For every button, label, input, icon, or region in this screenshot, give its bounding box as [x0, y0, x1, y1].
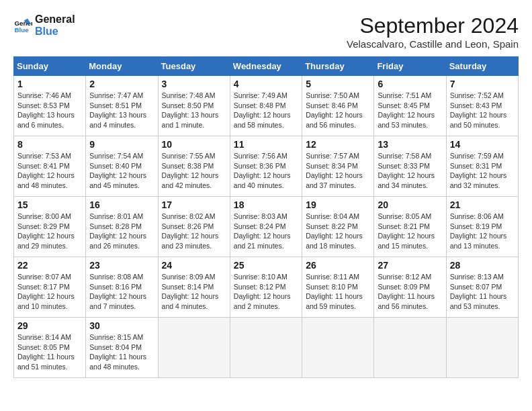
- calendar-week-row: 22Sunrise: 8:07 AMSunset: 8:17 PMDayligh…: [14, 257, 519, 318]
- calendar-day: 10Sunrise: 7:55 AMSunset: 8:38 PMDayligh…: [158, 136, 230, 197]
- calendar-day: 30Sunrise: 8:15 AMSunset: 8:04 PMDayligh…: [86, 318, 158, 378]
- day-number: 22: [17, 260, 82, 271]
- logo-general: General: [35, 13, 75, 26]
- day-number: 28: [450, 260, 515, 271]
- calendar-day: 26Sunrise: 8:11 AMSunset: 8:10 PMDayligh…: [302, 257, 374, 318]
- logo-icon: General Blue: [13, 16, 32, 35]
- calendar-week-row: 1Sunrise: 7:46 AMSunset: 8:53 PMDaylight…: [14, 76, 519, 136]
- day-info: Sunrise: 8:00 AMSunset: 8:29 PMDaylight:…: [17, 212, 82, 251]
- day-number: 16: [89, 199, 154, 210]
- day-number: 18: [234, 199, 298, 210]
- day-number: 27: [378, 260, 442, 271]
- month-title: September 2024: [347, 13, 519, 38]
- calendar-day: 14Sunrise: 7:59 AMSunset: 8:31 PMDayligh…: [446, 136, 518, 197]
- day-number: 5: [306, 79, 370, 89]
- calendar-day: 6Sunrise: 7:51 AMSunset: 8:45 PMDaylight…: [374, 76, 446, 136]
- day-number: 8: [17, 139, 82, 150]
- day-number: 23: [89, 260, 154, 271]
- day-info: Sunrise: 7:51 AMSunset: 8:45 PMDaylight:…: [378, 91, 442, 130]
- day-number: 2: [89, 79, 154, 89]
- calendar-body: 1Sunrise: 7:46 AMSunset: 8:53 PMDaylight…: [14, 76, 519, 378]
- day-number: 30: [89, 320, 154, 331]
- calendar-day: 25Sunrise: 8:10 AMSunset: 8:12 PMDayligh…: [230, 257, 302, 318]
- day-number: 17: [162, 199, 226, 210]
- day-info: Sunrise: 8:06 AMSunset: 8:19 PMDaylight:…: [450, 212, 515, 251]
- calendar: SundayMondayTuesdayWednesdayThursdayFrid…: [13, 56, 519, 378]
- calendar-day: 11Sunrise: 7:56 AMSunset: 8:36 PMDayligh…: [230, 136, 302, 197]
- calendar-day: 5Sunrise: 7:50 AMSunset: 8:46 PMDaylight…: [302, 76, 374, 136]
- day-number: 15: [17, 199, 82, 210]
- day-info: Sunrise: 8:08 AMSunset: 8:16 PMDaylight:…: [89, 272, 154, 312]
- day-info: Sunrise: 8:13 AMSunset: 8:07 PMDaylight:…: [450, 272, 515, 312]
- day-info: Sunrise: 8:12 AMSunset: 8:09 PMDaylight:…: [378, 272, 442, 312]
- day-info: Sunrise: 7:47 AMSunset: 8:51 PMDaylight:…: [89, 91, 154, 130]
- day-info: Sunrise: 8:07 AMSunset: 8:17 PMDaylight:…: [17, 272, 82, 312]
- day-number: 10: [162, 139, 226, 150]
- day-info: Sunrise: 8:03 AMSunset: 8:24 PMDaylight:…: [234, 212, 298, 251]
- svg-text:Blue: Blue: [14, 26, 29, 33]
- calendar-week-row: 15Sunrise: 8:00 AMSunset: 8:29 PMDayligh…: [14, 197, 519, 257]
- day-info: Sunrise: 8:15 AMSunset: 8:04 PMDaylight:…: [89, 332, 154, 372]
- calendar-day: 23Sunrise: 8:08 AMSunset: 8:16 PMDayligh…: [86, 257, 158, 318]
- calendar-day: 2Sunrise: 7:47 AMSunset: 8:51 PMDaylight…: [86, 76, 158, 136]
- day-info: Sunrise: 7:48 AMSunset: 8:50 PMDaylight:…: [162, 91, 226, 130]
- calendar-day: 27Sunrise: 8:12 AMSunset: 8:09 PMDayligh…: [374, 257, 446, 318]
- calendar-day: 9Sunrise: 7:54 AMSunset: 8:40 PMDaylight…: [86, 136, 158, 197]
- calendar-day: 18Sunrise: 8:03 AMSunset: 8:24 PMDayligh…: [230, 197, 302, 257]
- calendar-week-row: 29Sunrise: 8:14 AMSunset: 8:05 PMDayligh…: [14, 318, 519, 378]
- calendar-day: [374, 318, 446, 378]
- day-info: Sunrise: 8:05 AMSunset: 8:21 PMDaylight:…: [378, 212, 442, 251]
- calendar-day: 20Sunrise: 8:05 AMSunset: 8:21 PMDayligh…: [374, 197, 446, 257]
- calendar-day: 17Sunrise: 8:02 AMSunset: 8:26 PMDayligh…: [158, 197, 230, 257]
- weekday-header-wednesday: Wednesday: [230, 57, 302, 76]
- day-info: Sunrise: 7:52 AMSunset: 8:43 PMDaylight:…: [450, 91, 515, 130]
- day-number: 21: [450, 199, 515, 210]
- calendar-day: [158, 318, 230, 378]
- calendar-day: [302, 318, 374, 378]
- day-info: Sunrise: 7:59 AMSunset: 8:31 PMDaylight:…: [450, 151, 515, 191]
- calendar-day: 22Sunrise: 8:07 AMSunset: 8:17 PMDayligh…: [14, 257, 86, 318]
- calendar-day: 16Sunrise: 8:01 AMSunset: 8:28 PMDayligh…: [86, 197, 158, 257]
- day-info: Sunrise: 8:01 AMSunset: 8:28 PMDaylight:…: [89, 212, 154, 251]
- day-info: Sunrise: 7:57 AMSunset: 8:34 PMDaylight:…: [306, 151, 370, 191]
- day-info: Sunrise: 8:09 AMSunset: 8:14 PMDaylight:…: [162, 272, 226, 312]
- calendar-day: 29Sunrise: 8:14 AMSunset: 8:05 PMDayligh…: [14, 318, 86, 378]
- weekday-header-friday: Friday: [374, 57, 446, 76]
- day-info: Sunrise: 8:14 AMSunset: 8:05 PMDaylight:…: [17, 332, 82, 372]
- calendar-day: 24Sunrise: 8:09 AMSunset: 8:14 PMDayligh…: [158, 257, 230, 318]
- day-number: 1: [17, 79, 82, 89]
- day-info: Sunrise: 7:58 AMSunset: 8:33 PMDaylight:…: [378, 151, 442, 191]
- calendar-day: 8Sunrise: 7:53 AMSunset: 8:41 PMDaylight…: [14, 136, 86, 197]
- calendar-day: 28Sunrise: 8:13 AMSunset: 8:07 PMDayligh…: [446, 257, 518, 318]
- calendar-day: 19Sunrise: 8:04 AMSunset: 8:22 PMDayligh…: [302, 197, 374, 257]
- calendar-week-row: 8Sunrise: 7:53 AMSunset: 8:41 PMDaylight…: [14, 136, 519, 197]
- logo: General Blue General Blue: [13, 13, 75, 37]
- calendar-day: 3Sunrise: 7:48 AMSunset: 8:50 PMDaylight…: [158, 76, 230, 136]
- day-info: Sunrise: 7:56 AMSunset: 8:36 PMDaylight:…: [234, 151, 298, 191]
- day-number: 19: [306, 199, 370, 210]
- calendar-day: 13Sunrise: 7:58 AMSunset: 8:33 PMDayligh…: [374, 136, 446, 197]
- day-number: 9: [89, 139, 154, 150]
- day-info: Sunrise: 7:54 AMSunset: 8:40 PMDaylight:…: [89, 151, 154, 191]
- day-info: Sunrise: 8:04 AMSunset: 8:22 PMDaylight:…: [306, 212, 370, 251]
- location-subtitle: Velascalvaro, Castille and Leon, Spain: [347, 38, 519, 50]
- calendar-day: 12Sunrise: 7:57 AMSunset: 8:34 PMDayligh…: [302, 136, 374, 197]
- day-number: 14: [450, 139, 515, 150]
- calendar-day: 1Sunrise: 7:46 AMSunset: 8:53 PMDaylight…: [14, 76, 86, 136]
- day-info: Sunrise: 7:55 AMSunset: 8:38 PMDaylight:…: [162, 151, 226, 191]
- weekday-header-tuesday: Tuesday: [158, 57, 230, 76]
- title-area: September 2024 Velascalvaro, Castille an…: [347, 13, 519, 50]
- day-number: 29: [17, 320, 82, 331]
- day-info: Sunrise: 8:11 AMSunset: 8:10 PMDaylight:…: [306, 272, 370, 312]
- day-info: Sunrise: 7:49 AMSunset: 8:48 PMDaylight:…: [234, 91, 298, 130]
- day-number: 7: [450, 79, 515, 89]
- day-number: 13: [378, 139, 442, 150]
- day-number: 6: [378, 79, 442, 89]
- calendar-day: 15Sunrise: 8:00 AMSunset: 8:29 PMDayligh…: [14, 197, 86, 257]
- day-number: 11: [234, 139, 298, 150]
- weekday-header-row: SundayMondayTuesdayWednesdayThursdayFrid…: [14, 57, 519, 76]
- calendar-day: 7Sunrise: 7:52 AMSunset: 8:43 PMDaylight…: [446, 76, 518, 136]
- day-info: Sunrise: 7:53 AMSunset: 8:41 PMDaylight:…: [17, 151, 82, 191]
- calendar-day: [446, 318, 518, 378]
- weekday-header-monday: Monday: [86, 57, 158, 76]
